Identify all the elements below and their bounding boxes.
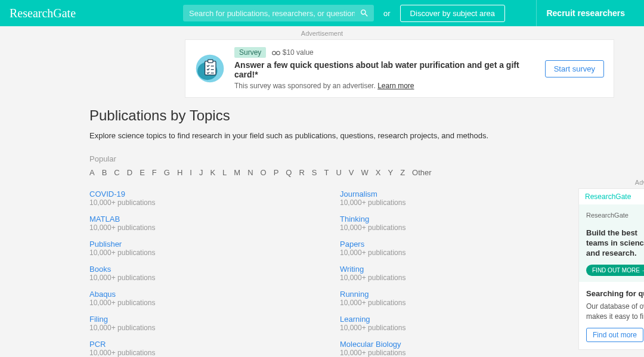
popular-label: Popular (89, 154, 555, 163)
topic-count: 10,000+ publications (89, 274, 304, 282)
alpha-link-o[interactable]: O (261, 168, 267, 177)
alpha-link-e[interactable]: E (140, 168, 145, 177)
sidebar-hero-cta[interactable]: FIND OUT MORE → (586, 265, 644, 276)
learn-more-link[interactable]: Learn more (377, 82, 414, 90)
sidebar-brand: ResearchGate (579, 189, 644, 204)
alpha-link-s[interactable]: S (312, 168, 317, 177)
topic-link[interactable]: Books (89, 265, 111, 274)
alpha-link-other[interactable]: Other (412, 168, 432, 177)
alpha-link-l[interactable]: L (222, 168, 227, 177)
alpha-link-f[interactable]: F (152, 168, 157, 177)
svg-point-8 (277, 51, 280, 55)
alpha-link-c[interactable]: C (114, 168, 119, 177)
topic-link[interactable]: Abaqus (89, 290, 116, 299)
sidebar-hero-brand: ResearchGate (586, 212, 644, 219)
find-out-more-button[interactable]: Find out more (586, 328, 643, 342)
recruit-link[interactable]: Recruit researchers (536, 0, 634, 26)
topic-item: COVID-1910,000+ publications (89, 189, 304, 207)
topic-item: Publisher10,000+ publications (89, 239, 304, 257)
topics-column-right: Journalism10,000+ publicationsThinking10… (340, 189, 555, 357)
topic-count: 10,000+ publications (89, 198, 304, 207)
alpha-link-x[interactable]: X (376, 168, 381, 177)
survey-tag: Survey (234, 47, 266, 58)
ad-value: $10 value (272, 48, 313, 57)
search-box (183, 5, 374, 21)
discover-button[interactable]: Discover by subject area (400, 5, 505, 22)
topic-item: Learning10,000+ publications (340, 314, 555, 332)
alpha-link-n[interactable]: N (247, 168, 253, 177)
alpha-link-y[interactable]: Y (388, 168, 393, 177)
topic-link[interactable]: Learning (340, 315, 370, 324)
ad-title: Answer a few quick questions about lab w… (234, 60, 535, 79)
alpha-link-w[interactable]: W (361, 168, 369, 177)
topic-count: 10,000+ publications (340, 223, 555, 232)
topic-item: Filing10,000+ publications (89, 314, 304, 332)
search-input[interactable] (183, 5, 374, 21)
alpha-link-z[interactable]: Z (400, 168, 405, 177)
topic-link[interactable]: Running (340, 290, 369, 299)
topic-item: Papers10,000+ publications (340, 239, 555, 257)
alpha-link-t[interactable]: T (324, 168, 329, 177)
svg-point-7 (273, 51, 276, 55)
sidebar-body: Our database of over 4 million engineers… (586, 302, 644, 322)
topic-link[interactable]: Molecular Biology (340, 340, 401, 349)
topic-count: 10,000+ publications (89, 223, 304, 232)
topic-item: Books10,000+ publications (89, 264, 304, 282)
topic-count: 10,000+ publications (340, 299, 555, 307)
topic-count: 10,000+ publications (340, 274, 555, 282)
topic-link[interactable]: PCR (89, 340, 106, 349)
ad-disclaimer: This survey was sponsored by an advertis… (234, 82, 535, 90)
topics-column-left: COVID-1910,000+ publicationsMATLAB10,000… (89, 189, 304, 357)
sidebar-ad-label: Advertisement (578, 179, 644, 186)
topic-count: 10,000+ publications (89, 324, 304, 332)
topic-link[interactable]: Filing (89, 315, 108, 324)
search-icon[interactable] (360, 8, 369, 18)
alpha-link-b[interactable]: B (102, 168, 107, 177)
alpha-link-j[interactable]: J (199, 168, 203, 177)
topic-link[interactable]: MATLAB (89, 215, 120, 223)
svg-rect-3 (208, 60, 213, 63)
alpha-link-r[interactable]: R (299, 168, 304, 177)
topic-link[interactable]: Publisher (89, 240, 122, 249)
alpha-link-g[interactable]: G (164, 168, 170, 177)
alpha-link-a[interactable]: A (89, 168, 95, 177)
topic-item: Journalism10,000+ publications (340, 189, 555, 207)
header: ResearchGate or Discover by subject area… (0, 0, 644, 26)
topic-link[interactable]: Journalism (340, 190, 377, 198)
alpha-link-p[interactable]: P (274, 168, 279, 177)
clipboard-icon (195, 54, 225, 83)
sidebar-ad-box: ResearchGate ResearchGate Build the best… (578, 188, 644, 350)
alpha-link-u[interactable]: U (336, 168, 341, 177)
page-description: Explore science topics to find research … (89, 131, 555, 140)
topic-count: 10,000+ publications (340, 324, 555, 332)
topic-item: Abaqus10,000+ publications (89, 289, 304, 307)
alpha-link-h[interactable]: H (177, 168, 182, 177)
topic-item: Running10,000+ publications (340, 289, 555, 307)
topic-item: Thinking10,000+ publications (340, 214, 555, 232)
alpha-link-q[interactable]: Q (286, 168, 292, 177)
alpha-link-m[interactable]: M (234, 168, 240, 177)
topic-item: Molecular Biology10,000+ publications (340, 339, 555, 357)
start-survey-button[interactable]: Start survey (545, 60, 604, 77)
alphabet-nav: ABCDEFGHIJKLMNOPQRSTUVWXYZOther (89, 168, 555, 177)
topic-count: 10,000+ publications (89, 349, 304, 357)
topic-link[interactable]: Writing (340, 265, 364, 274)
alpha-link-v[interactable]: V (349, 168, 354, 177)
topic-count: 10,000+ publications (89, 249, 304, 257)
svg-rect-2 (205, 61, 216, 75)
topic-link[interactable]: COVID-19 (89, 190, 125, 198)
alpha-link-d[interactable]: D (127, 168, 132, 177)
or-text: or (383, 9, 391, 18)
topic-link[interactable]: Papers (340, 240, 364, 249)
alpha-link-i[interactable]: I (190, 168, 192, 177)
sidebar-hero: ResearchGate Build the best teams in sci… (579, 204, 644, 282)
sidebar-hero-title: Build the best teams in science and rese… (586, 228, 644, 259)
topic-count: 10,000+ publications (340, 349, 555, 357)
page-title: Publications by Topics (89, 107, 555, 124)
ad-label-top: Advertisement (0, 30, 644, 37)
topic-link[interactable]: Thinking (340, 215, 369, 223)
topics-grid: COVID-1910,000+ publicationsMATLAB10,000… (89, 189, 555, 357)
sidebar: Advertisement ResearchGate ResearchGate … (578, 179, 644, 350)
alpha-link-k[interactable]: K (210, 168, 215, 177)
logo[interactable]: ResearchGate (10, 7, 76, 20)
